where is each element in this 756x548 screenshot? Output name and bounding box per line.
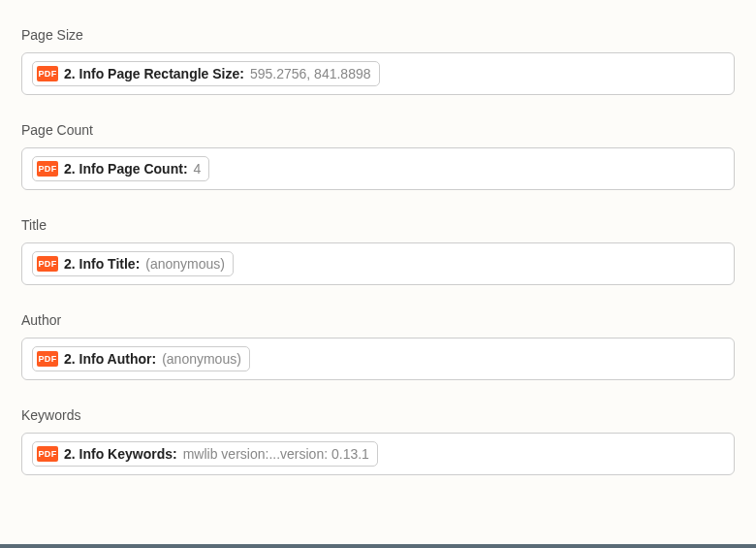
pill-label: 2. Info Author: <box>64 351 156 367</box>
field-author: Author PDF 2. Info Author: (anonymous) <box>21 312 735 380</box>
metadata-pill[interactable]: PDF 2. Info Title: (anonymous) <box>32 251 234 276</box>
field-page-count: Page Count PDF 2. Info Page Count: 4 <box>21 122 735 190</box>
field-heading: Page Count <box>21 122 735 138</box>
field-heading: Keywords <box>21 407 735 423</box>
pill-value: mwlib version:...version: 0.13.1 <box>183 446 369 462</box>
field-heading: Author <box>21 312 735 328</box>
field-container[interactable]: PDF 2. Info Title: (anonymous) <box>21 242 735 285</box>
pdf-icon: PDF <box>37 351 58 367</box>
pill-label: 2. Info Keywords: <box>64 446 177 462</box>
pdf-icon: PDF <box>37 256 58 272</box>
metadata-pill[interactable]: PDF 2. Info Author: (anonymous) <box>32 346 250 371</box>
bottom-bar <box>0 544 756 548</box>
metadata-pill[interactable]: PDF 2. Info Keywords: mwlib version:...v… <box>32 441 378 467</box>
field-title: Title PDF 2. Info Title: (anonymous) <box>21 217 735 285</box>
field-container[interactable]: PDF 2. Info Author: (anonymous) <box>21 338 735 380</box>
field-container[interactable]: PDF 2. Info Keywords: mwlib version:...v… <box>21 433 735 475</box>
pill-value: 4 <box>194 161 202 177</box>
field-container[interactable]: PDF 2. Info Page Count: 4 <box>21 147 735 190</box>
pill-label: 2. Info Title: <box>64 256 140 272</box>
pdf-icon: PDF <box>37 161 58 177</box>
field-page-size: Page Size PDF 2. Info Page Rectangle Siz… <box>21 27 735 95</box>
pill-value: (anonymous) <box>145 256 225 272</box>
pill-label: 2. Info Page Count: <box>64 161 188 177</box>
pill-label: 2. Info Page Rectangle Size: <box>64 66 244 81</box>
pill-value: 595.2756, 841.8898 <box>250 66 371 81</box>
pdf-icon: PDF <box>37 446 58 462</box>
field-heading: Page Size <box>21 27 735 43</box>
pill-value: (anonymous) <box>162 351 241 367</box>
field-container[interactable]: PDF 2. Info Page Rectangle Size: 595.275… <box>21 52 735 95</box>
field-keywords: Keywords PDF 2. Info Keywords: mwlib ver… <box>21 407 735 475</box>
metadata-pill[interactable]: PDF 2. Info Page Rectangle Size: 595.275… <box>32 61 380 86</box>
pdf-icon: PDF <box>37 66 58 81</box>
metadata-pill[interactable]: PDF 2. Info Page Count: 4 <box>32 156 209 181</box>
field-heading: Title <box>21 217 735 233</box>
